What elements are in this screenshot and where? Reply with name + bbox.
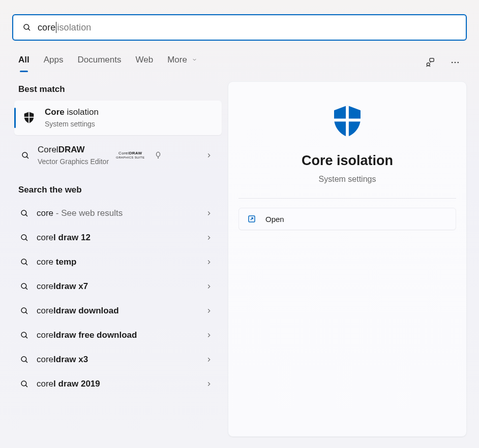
section-header-best-match: Best match: [18, 81, 222, 101]
app-result-title: CorelDRAW: [38, 144, 109, 156]
chevron-right-icon: [205, 380, 216, 388]
svg-line-17: [25, 263, 27, 265]
balloon-icon: [156, 152, 161, 159]
search-input[interactable]: core isolation: [32, 22, 91, 33]
chevron-right-icon: [205, 307, 216, 314]
app-result-coreldraw[interactable]: CorelDRAW Vector Graphics Editor CorelDR…: [14, 138, 222, 173]
svg-line-21: [25, 312, 27, 314]
web-result[interactable]: coreldraw x7: [14, 274, 222, 299]
svg-line-15: [25, 239, 27, 241]
svg-rect-3: [430, 58, 434, 61]
preview-subtitle: System settings: [319, 175, 376, 184]
text-caret: [56, 22, 56, 33]
more-options-icon[interactable]: [450, 57, 461, 68]
svg-point-0: [24, 24, 29, 29]
search-box[interactable]: core isolation: [12, 14, 467, 41]
best-match-title: Core isolation: [45, 107, 99, 118]
svg-line-23: [25, 336, 27, 338]
svg-point-20: [21, 308, 26, 313]
app-result-subtitle: Vector Graphics Editor: [38, 157, 109, 167]
svg-point-26: [21, 381, 26, 386]
svg-point-6: [458, 62, 459, 63]
web-result[interactable]: core - See web results: [14, 201, 222, 226]
web-result-title: core - See web results: [37, 208, 123, 218]
search-icon: [19, 281, 29, 292]
chevron-right-icon: [205, 332, 216, 339]
svg-rect-8: [24, 117, 34, 118]
web-result-title: corel draw 12: [37, 233, 91, 243]
web-result-title: coreldraw download: [37, 306, 119, 316]
open-action-label: Open: [265, 215, 284, 223]
preview-title: Core isolation: [302, 153, 393, 169]
coreldraw-logo: CorelDRAW GRAPHICS SUITE: [116, 151, 161, 159]
svg-point-11: [157, 152, 160, 156]
svg-point-24: [21, 357, 26, 362]
search-icon: [20, 150, 31, 161]
web-result-title: coreldraw x7: [37, 281, 88, 292]
chevron-right-icon: [205, 283, 216, 290]
svg-rect-29: [333, 119, 361, 122]
chevron-right-icon: [205, 234, 216, 241]
svg-point-18: [21, 283, 26, 289]
shield-icon: [327, 102, 367, 142]
search-icon: [19, 306, 29, 316]
tab-apps[interactable]: Apps: [44, 54, 64, 71]
web-result-title: coreldraw free download: [37, 330, 137, 340]
svg-point-4: [452, 62, 453, 63]
results-column: Best match Core isolation System setting…: [12, 81, 222, 437]
search-icon: [19, 208, 29, 218]
search-icon: [19, 379, 29, 389]
filter-tabs: All Apps Documents Web More: [18, 54, 197, 71]
tab-more-label: More: [167, 55, 187, 65]
svg-point-9: [22, 152, 27, 157]
web-result[interactable]: coreldraw free download: [14, 323, 222, 347]
preview-panel: Core isolation System settings Open: [228, 81, 467, 437]
svg-line-10: [26, 156, 28, 158]
chevron-right-icon: [205, 259, 216, 266]
tab-documents[interactable]: Documents: [77, 54, 121, 71]
svg-line-13: [25, 214, 27, 216]
best-match-result[interactable]: Core isolation System settings: [14, 101, 222, 135]
svg-line-27: [25, 385, 27, 387]
web-result[interactable]: coreldraw x3: [14, 347, 222, 372]
open-external-icon: [247, 214, 256, 223]
search-icon: [19, 257, 29, 267]
shield-icon: [20, 109, 38, 126]
filter-tabs-row: All Apps Documents Web More: [12, 53, 467, 72]
search-icon: [19, 330, 29, 340]
web-result-title: corel draw 2019: [37, 379, 100, 389]
web-result-title: core temp: [37, 257, 76, 267]
best-match-subtitle: System settings: [45, 119, 99, 129]
chevron-down-icon: [192, 57, 197, 62]
tab-web[interactable]: Web: [135, 54, 153, 71]
search-icon: [19, 233, 29, 243]
web-result[interactable]: coreldraw download: [14, 299, 222, 323]
search-typed-text: core: [38, 22, 55, 33]
open-action[interactable]: Open: [238, 208, 456, 230]
web-result[interactable]: corel draw 2019: [14, 372, 222, 396]
section-header-web: Search the web: [18, 182, 222, 201]
search-icon: [19, 355, 29, 365]
svg-line-1: [28, 28, 30, 30]
svg-point-22: [21, 332, 26, 337]
svg-line-19: [25, 287, 27, 290]
svg-line-25: [25, 361, 27, 363]
tab-all[interactable]: All: [18, 54, 29, 71]
svg-point-12: [21, 210, 26, 215]
svg-point-5: [455, 62, 456, 63]
divider: [238, 198, 456, 199]
svg-point-16: [21, 259, 26, 264]
feedback-icon[interactable]: [424, 57, 435, 68]
svg-point-14: [21, 235, 26, 240]
search-autocomplete-ghost: isolation: [57, 22, 91, 33]
web-result[interactable]: core temp: [14, 250, 222, 274]
tab-more[interactable]: More: [167, 54, 197, 71]
web-result-title: coreldraw x3: [37, 355, 88, 365]
chevron-right-icon: [205, 356, 216, 363]
chevron-right-icon: [205, 210, 216, 217]
web-result[interactable]: corel draw 12: [14, 226, 222, 250]
search-icon: [22, 23, 32, 32]
chevron-right-icon: [205, 152, 216, 159]
